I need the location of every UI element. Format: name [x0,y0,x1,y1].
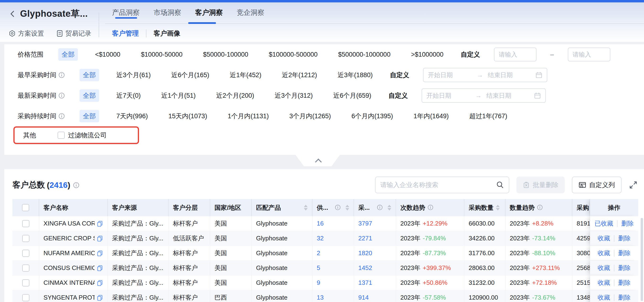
filter-option[interactable]: 全部 [80,89,99,102]
earliest-date-range-picker[interactable]: 开始日期 → 结束日期 [423,68,547,82]
favorite-button[interactable]: 收藏 [598,249,610,257]
filter-option[interactable]: 近3年(1880) [334,69,376,81]
filter-option[interactable]: 近1个月(51) [158,89,199,102]
row-checkbox[interactable] [22,294,30,301]
filter-option[interactable]: $100000-500000 [266,49,321,60]
favorite-button[interactable]: 收藏 [598,294,610,302]
back-chevron-icon[interactable] [8,10,17,18]
trade-records-button[interactable]: 贸易记录 [56,29,91,38]
suppliers-link[interactable]: 2 [317,250,320,257]
purchases-link[interactable]: 1371 [358,279,372,286]
row-checkbox[interactable] [22,250,30,257]
collapse-filters-button[interactable] [296,155,340,166]
row-checkbox[interactable] [22,264,30,272]
select-all-checkbox[interactable] [22,204,29,211]
suppliers-link[interactable]: 9 [317,279,320,286]
custom-range-label[interactable]: 自定义 [390,71,409,79]
purchases-link[interactable]: 3797 [358,220,372,227]
sort-icon[interactable] [388,205,391,210]
suppliers-link[interactable]: 16 [317,220,324,227]
custom-range-label[interactable]: 自定义 [461,50,480,59]
filter-option[interactable]: 近2个月(200) [213,89,258,102]
sort-icon[interactable] [496,205,500,210]
plan-settings-button[interactable]: 方案设置 [8,29,44,38]
customize-columns-button[interactable]: 自定义列 [572,176,622,193]
copy-icon[interactable] [96,235,103,242]
delete-button[interactable]: 删除 [618,294,630,302]
row-checkbox[interactable] [22,279,30,286]
filter-option[interactable]: $500000-1000000 [335,49,394,60]
filter-logistics-label[interactable]: 过滤物流公司 [68,131,107,140]
filter-option[interactable]: 全部 [80,110,99,122]
tab-competitor-insight[interactable]: 竞企洞察 [237,8,264,18]
price-max-input[interactable] [568,48,610,62]
tab-customer-insight[interactable]: 客户洞察 [195,8,223,18]
sort-icon[interactable] [346,205,349,210]
info-icon[interactable] [537,204,543,211]
copy-icon[interactable] [96,265,103,272]
filter-option[interactable]: 全部 [80,69,99,81]
search-icon[interactable] [496,181,504,189]
info-icon[interactable] [428,204,434,211]
filter-option[interactable]: $50000-100000 [200,49,252,60]
suppliers-link[interactable]: 32 [317,234,324,242]
fullscreen-icon[interactable] [629,180,638,190]
subtab-customer-manage[interactable]: 客户管理 [112,29,139,38]
filter-logistics-checkbox[interactable] [58,132,65,139]
delete-button[interactable]: 删除 [618,278,630,287]
filter-option[interactable]: 1个月内(1131) [224,110,272,122]
info-icon[interactable] [58,92,65,99]
customer-name[interactable]: CINMAX INTERNATIO [44,279,94,286]
suppliers-link[interactable]: 5 [317,264,320,272]
favorite-button[interactable]: 收藏 [598,264,610,272]
custom-range-label[interactable]: 自定义 [388,91,408,100]
delete-button[interactable]: 删除 [618,234,630,242]
copy-icon[interactable] [96,250,103,256]
purchases-link[interactable]: 1452 [358,264,372,272]
delete-button[interactable]: 删除 [618,264,630,272]
filter-option[interactable]: 近7天(0) [113,89,144,102]
customer-name[interactable]: SYNGENTA PROTEC [44,294,94,301]
purchases-link[interactable]: 2271 [358,234,372,242]
copy-icon[interactable] [96,220,103,227]
info-icon[interactable] [58,72,65,78]
suppliers-link[interactable]: 13 [317,294,324,301]
row-checkbox[interactable] [22,220,30,227]
back-title-group[interactable]: Glyphosate草... [8,8,88,20]
purchases-link[interactable]: 914 [358,294,368,301]
customer-name[interactable]: GENERIC CROP SCI [44,234,94,242]
sort-icon[interactable] [304,205,308,210]
filter-option[interactable]: 近1年(452) [226,69,265,81]
filter-option[interactable]: <$10000 [92,49,124,60]
filter-option[interactable]: 近2年(1212) [278,69,320,81]
filter-option[interactable]: 近3个月(61) [113,69,154,81]
filter-option[interactable]: 近6个月(165) [168,69,212,81]
info-icon[interactable] [58,113,65,119]
row-checkbox[interactable] [22,235,30,242]
company-search-input[interactable] [380,181,496,189]
copy-icon[interactable] [96,280,103,286]
filter-option[interactable]: 全部 [58,48,78,61]
filter-option[interactable]: 7天内(996) [113,110,151,122]
vertical-scrollbar[interactable] [641,218,643,301]
info-icon[interactable] [335,204,341,211]
tab-product-insight[interactable]: 产品洞察 [112,8,140,18]
delete-button[interactable]: 删除 [621,219,634,228]
customer-name[interactable]: XINGFA USA CORPO [44,220,94,227]
info-icon[interactable] [73,182,79,188]
filter-option[interactable]: >$1000000 [408,49,447,60]
delete-button[interactable]: 删除 [618,249,630,257]
latest-date-range-picker[interactable]: 开始日期 → 结束日期 [422,88,546,103]
company-search-box[interactable] [375,176,509,193]
filter-option[interactable]: 超过1年(767) [466,110,510,122]
filter-option[interactable]: 15天内(1073) [165,110,210,122]
customer-name[interactable]: NUFARM AMERICAS, [44,250,94,257]
copy-icon[interactable] [96,294,103,301]
price-min-input[interactable] [494,48,536,62]
favorite-button[interactable]: 收藏 [598,234,610,242]
filter-option[interactable]: 3个月内(1265) [286,110,334,122]
info-icon[interactable] [377,204,383,211]
filter-option[interactable]: 6个月内(1395) [348,110,396,122]
favorite-button[interactable]: 收藏 [598,278,610,287]
batch-delete-button[interactable]: 批量删除 [516,176,565,193]
